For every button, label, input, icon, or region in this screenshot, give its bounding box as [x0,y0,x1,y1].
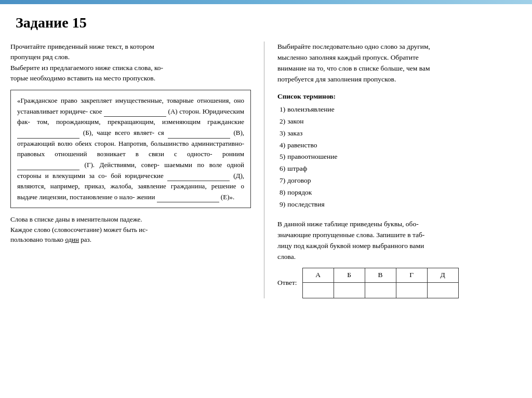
blank-g [17,159,79,170]
list-item: 4)равенство [280,140,516,152]
terms-list: 1)волеизъявление 2)закон 3)заказ 4)равен… [277,104,516,211]
list-item: 7)договор [280,175,516,187]
list-item: 1)волеизъявление [280,104,516,116]
answer-table-wrapper: Ответ: А Б В Г Д [277,268,516,298]
blank-e [157,191,219,202]
vertical-divider [264,42,264,298]
footer-line4: раз. [81,236,91,243]
answer-label: Ответ: [277,279,297,287]
page: Задание 15 Прочитайте приведенный ниже т… [0,4,532,309]
answer-section-line1: В данной ниже таблице приведены буквы, о… [277,220,419,228]
answer-section: В данной ниже таблице приведены буквы, о… [277,219,516,263]
terms-title: Список терминов: [277,92,516,101]
footer-line2: Каждое слово (словосочетание) может быть… [10,226,148,234]
right-column: Выбирайте последовательно одно слово за … [277,42,516,298]
answer-col-g: Г [396,268,427,282]
blank-d [167,170,230,181]
answer-col-a: А [302,268,334,282]
intro-line1: Прочитайте приведенный ниже текст, в кот… [10,43,154,50]
footer-text: Слова в списке даны в именительном падеж… [10,214,251,245]
footer-line3: пользовано только [10,236,63,243]
list-item: 6)штраф [280,163,516,175]
list-item: 2)закон [280,116,516,128]
list-item: 9)последствия [280,199,516,211]
right-intro-line2: мысленно заполняя каждый пропуск. Обрати… [277,53,419,61]
footer-line1: Слова в списке даны в именительном падеж… [10,215,142,223]
answer-col-b: Б [334,268,365,282]
content-wrapper: Прочитайте приведенный ниже текст, в кот… [10,42,516,298]
answer-cell-v[interactable] [365,282,396,298]
list-item: 3)заказ [280,128,516,140]
right-intro-line4: потребуется для заполнения пропусков. [277,75,396,83]
intro-line3: Выберите из предлагаемого ниже списка сл… [10,64,163,72]
answer-table: А Б В Г Д [302,268,459,298]
answer-section-line4: слова. [277,253,296,260]
answer-col-d: Д [427,268,458,282]
left-column: Прочитайте приведенный ниже текст, в кот… [10,42,251,298]
text-box: «Гражданское право закрепляет имуществен… [10,90,251,208]
answer-col-v: В [365,268,396,282]
intro-line2: пропущен ряд слов. [10,53,70,61]
right-intro-line1: Выбирайте последовательно одно слово за … [277,43,430,50]
answer-cell-b[interactable] [334,282,365,298]
answer-cell-a[interactable] [302,282,334,298]
text-paragraph: «Гражданское право закрепляет имуществен… [17,97,244,201]
answer-section-line3: лицу под каждой буквой номер выбранного … [277,242,424,250]
footer-underline: один [65,236,79,243]
page-title: Задание 15 [16,15,516,31]
right-intro: Выбирайте последовательно одно слово за … [277,42,516,85]
answer-cell-d[interactable] [427,282,458,298]
top-bar [0,0,532,4]
list-item: 5)правоотношение [280,151,516,163]
intro-line4: торые необходимо вставить на место пропу… [10,74,155,82]
blank-v [168,127,230,138]
blank-a [104,106,166,117]
blank-b [17,127,79,138]
intro-text: Прочитайте приведенный ниже текст, в кот… [10,42,251,84]
answer-section-line2: значающие пропущенные слова. Запишите в … [277,231,424,239]
right-intro-line3: внимание на то, что слов в списке больше… [277,64,430,72]
list-item: 8)порядок [280,187,516,199]
answer-cell-g[interactable] [396,282,427,298]
